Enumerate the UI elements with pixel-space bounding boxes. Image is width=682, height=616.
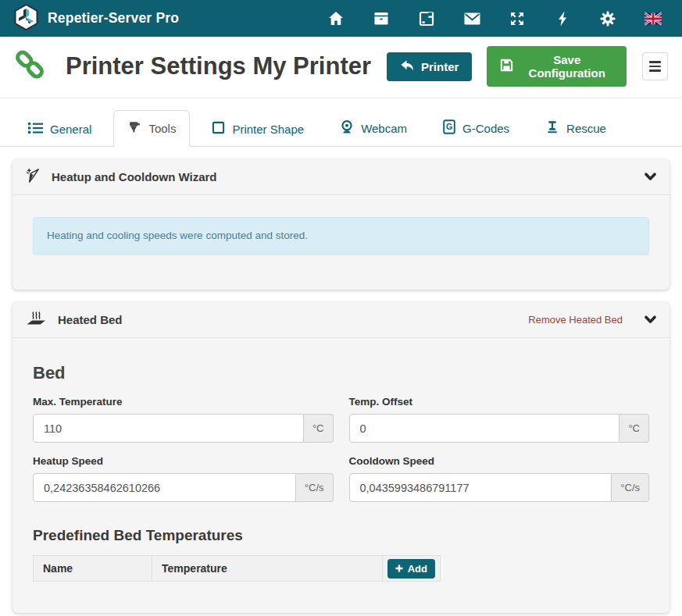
repetier-logo-icon — [14, 4, 38, 34]
bed-section-title: Bed — [33, 363, 649, 383]
heated-bed-panel-title: Heated Bed — [58, 313, 123, 326]
top-navbar: Repetier-Server Pro — [0, 0, 682, 37]
heatup-speed-label: Heatup Speed — [33, 455, 334, 467]
heated-bed-panel-body: Bed Max. Temperature °C Temp. Offset °C … — [12, 363, 670, 613]
cooldown-speed-input[interactable] — [349, 473, 612, 502]
heated-bed-panel-header[interactable]: Heated Bed Remove Heated Bed — [12, 302, 670, 338]
webcam-icon — [340, 119, 354, 137]
list-icon — [28, 122, 43, 137]
brand-name: Repetier-Server Pro — [48, 10, 179, 27]
page-title: Printer Settings My Printer — [66, 52, 371, 80]
tab-gcodes[interactable]: G G-Codes — [429, 109, 523, 147]
heatup-speed-unit: °C/s — [296, 473, 334, 502]
tab-tools[interactable]: Tools — [113, 110, 190, 147]
gear-icon[interactable] — [599, 11, 616, 27]
bed-form: Max. Temperature °C Temp. Offset °C Heat… — [33, 383, 649, 502]
heatup-cooldown-wizard-panel: Heatup and Cooldown Wizard Heating and c… — [12, 159, 670, 290]
table-header-row: Name Temperature Add — [34, 556, 441, 582]
temp-offset-label: Temp. Offset — [349, 396, 650, 408]
uk-flag-icon[interactable] — [645, 11, 662, 27]
back-arrow-icon — [400, 59, 414, 74]
temp-offset-input[interactable] — [349, 414, 620, 443]
cooldown-speed-unit: °C/s — [612, 473, 649, 502]
gcode-file-icon: G — [443, 119, 455, 137]
column-header-name: Name — [34, 556, 152, 582]
max-temperature-input[interactable] — [33, 414, 304, 443]
heatup-speed-input[interactable] — [33, 473, 296, 502]
save-configuration-button[interactable]: Save Configuration — [487, 46, 627, 87]
wizard-collapse-chevron-icon[interactable] — [645, 173, 656, 181]
plus-icon — [395, 563, 403, 575]
square-outline-icon — [212, 121, 225, 137]
tab-rescue[interactable]: Rescue — [531, 110, 620, 147]
extruder-icon — [127, 120, 141, 137]
home-icon[interactable] — [327, 11, 345, 27]
printer-box-icon[interactable] — [373, 11, 390, 27]
tab-general[interactable]: General — [14, 112, 105, 147]
heated-bed-icon — [26, 311, 47, 329]
max-temperature-unit: °C — [304, 414, 334, 443]
max-temperature-group: °C — [33, 414, 334, 443]
page-header: Printer Settings My Printer Printer Save… — [0, 37, 682, 98]
navbar-icons — [327, 11, 668, 27]
mail-icon[interactable] — [463, 11, 480, 27]
heated-bed-panel: Heated Bed Remove Heated Bed Bed Max. Te… — [12, 302, 670, 613]
wizard-panel-header[interactable]: Heatup and Cooldown Wizard — [12, 159, 670, 195]
magic-wand-icon — [26, 168, 41, 186]
menu-button[interactable] — [642, 52, 668, 80]
svg-text:G: G — [446, 122, 452, 131]
info-alert: Heating and cooling speeds were computed… — [33, 217, 649, 254]
printer-button[interactable]: Printer — [387, 52, 472, 81]
max-temperature-label: Max. Temperature — [33, 396, 334, 408]
brand[interactable]: Repetier-Server Pro — [14, 4, 179, 34]
add-temperature-button[interactable]: Add — [387, 559, 435, 579]
remove-heated-bed-link[interactable]: Remove Heated Bed — [528, 314, 623, 326]
settings-tabs: General Tools Printer Shape Webcam — [0, 98, 682, 147]
predefined-bed-temperatures-title: Predefined Bed Temperatures — [33, 527, 649, 544]
cooldown-speed-group: °C/s — [349, 473, 650, 502]
z-probe-icon — [545, 120, 559, 137]
tab-webcam[interactable]: Webcam — [326, 109, 421, 147]
cooldown-speed-label: Cooldown Speed — [349, 455, 650, 467]
heated-bed-collapse-chevron-icon[interactable] — [645, 315, 656, 324]
tab-printer-shape[interactable]: Printer Shape — [198, 111, 318, 147]
expand-arrows-icon[interactable] — [509, 11, 526, 27]
column-header-temperature: Temperature — [152, 556, 383, 582]
heatup-speed-group: °C/s — [33, 473, 334, 502]
temp-offset-unit: °C — [620, 414, 649, 443]
predefined-temperatures-table: Name Temperature Add — [33, 555, 441, 582]
wizard-panel-body: Heating and cooling speeds were computed… — [12, 195, 670, 290]
bolt-icon[interactable] — [554, 11, 571, 27]
tablet-icon[interactable] — [418, 11, 435, 27]
temp-offset-group: °C — [349, 414, 650, 443]
wizard-panel-title: Heatup and Cooldown Wizard — [52, 170, 217, 183]
save-floppy-icon — [500, 59, 513, 74]
link-chain-icon[interactable] — [14, 49, 45, 84]
